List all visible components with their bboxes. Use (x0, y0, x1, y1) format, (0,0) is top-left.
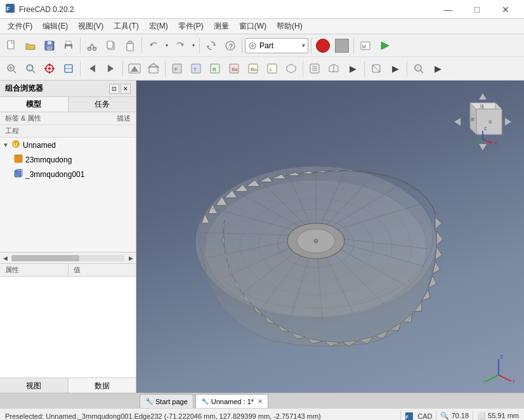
close-button[interactable]: ✕ (492, 1, 519, 18)
tab-view[interactable]: 视图 (0, 378, 69, 393)
tab-start-page[interactable]: 🔧 Start page (140, 394, 193, 408)
sidebar-tabs: 模型 任务 (0, 97, 136, 112)
view-rear[interactable]: Ba (225, 60, 243, 77)
gear-visualization (170, 103, 475, 382)
tree-label-unnamed: Unnamed (23, 141, 56, 150)
back-button[interactable] (83, 60, 101, 77)
toolbar-row-2: F T R Ba Bo L ▶ ▶ (0, 57, 524, 80)
zoom-all-button[interactable] (3, 60, 20, 77)
view-more-btn-2[interactable] (325, 60, 343, 77)
minimize-button[interactable]: — (435, 1, 461, 18)
sidebar-close-btn[interactable]: ✕ (121, 84, 131, 94)
sidebar-hscroll[interactable]: ◀ ▶ (0, 252, 136, 263)
separator-8 (122, 61, 123, 76)
view-front[interactable]: F (168, 60, 186, 77)
svg-rect-15 (127, 43, 133, 51)
sidebar-float-btn[interactable]: ⊡ (109, 84, 119, 94)
view-home-button[interactable] (145, 60, 162, 77)
tree-label-3mmqudong001: _3mmqudong001 (25, 170, 84, 179)
tab-task[interactable]: 任务 (69, 97, 136, 112)
execute-button[interactable] (376, 37, 393, 55)
project-label: 工程 (0, 125, 136, 138)
view-top[interactable]: T (187, 60, 205, 77)
view-bottom[interactable]: Bo (244, 60, 262, 77)
draw-style-btn[interactable] (367, 60, 385, 77)
svg-text:Y: Y (483, 379, 487, 384)
help-button[interactable]: ? (221, 37, 239, 55)
save-button[interactable] (41, 37, 58, 55)
menu-help[interactable]: 帮助(H) (272, 20, 308, 33)
macro-button[interactable]: M (357, 37, 374, 55)
redo-button[interactable] (171, 37, 189, 55)
forward-button[interactable] (102, 60, 120, 77)
menu-edit[interactable]: 编辑(E) (37, 20, 73, 33)
sidebar-bottom-tabs: 视图 数据 (0, 377, 136, 393)
undo-arrow[interactable]: ▾ (164, 37, 170, 55)
view-left[interactable]: L (263, 60, 281, 77)
svg-text:R: R (213, 67, 216, 72)
svg-rect-8 (66, 41, 71, 44)
view-options-button[interactable] (41, 60, 58, 77)
open-button[interactable] (22, 37, 39, 55)
hscroll-left[interactable]: ◀ (0, 253, 10, 263)
svg-rect-4 (47, 46, 52, 50)
hscroll-track[interactable] (11, 255, 124, 261)
redo-arrow[interactable]: ▾ (190, 37, 197, 55)
zoom-select-button[interactable] (22, 60, 39, 77)
view-preset-button[interactable] (126, 60, 143, 77)
view-right[interactable]: R (206, 60, 224, 77)
tree-item-unnamed[interactable]: ▼ U Unnamed (0, 138, 136, 152)
tab-unnamed[interactable]: 🔧 Unnamed : 1* ✕ (195, 394, 268, 408)
view-select-button[interactable] (60, 60, 77, 77)
stop-macro-button[interactable] (333, 37, 351, 55)
zoom-fit-btn[interactable]: + (410, 60, 428, 77)
svg-text:F: F (174, 67, 178, 72)
properties-content (0, 277, 136, 377)
hscroll-right[interactable]: ▶ (126, 253, 136, 263)
svg-text:T: T (193, 67, 197, 72)
record-macro-button[interactable] (314, 37, 332, 55)
menu-macro[interactable]: 宏(M) (144, 20, 173, 33)
maximize-button[interactable]: □ (464, 1, 490, 18)
zoom-more-btn[interactable]: ▶ (429, 60, 447, 77)
menu-measure[interactable]: 测量 (209, 20, 234, 33)
svg-text:Bo: Bo (251, 67, 257, 72)
svg-rect-2 (8, 41, 14, 49)
view-extra-btn[interactable]: ▶ (386, 60, 404, 77)
menu-window[interactable]: 窗口(W) (234, 20, 272, 33)
bottom-tabs: 🔧 Start page 🔧 Unnamed : 1* ✕ (0, 393, 524, 408)
svg-marker-39 (108, 65, 114, 72)
hscroll-thumb[interactable] (11, 255, 79, 261)
refresh-button[interactable] (202, 37, 220, 55)
svg-text:前: 前 (471, 117, 475, 121)
cut-button[interactable] (83, 37, 101, 55)
tab-data[interactable]: 数据 (69, 378, 136, 393)
tree-item-3mmqudong001[interactable]: _3mmqudong001 (0, 167, 136, 181)
menu-view[interactable]: 视图(V) (73, 20, 108, 33)
properties-header: 属性 值 (0, 264, 136, 277)
separator-12 (407, 61, 407, 76)
zoom-value: 70.18 (451, 412, 469, 419)
paste-button[interactable] (121, 37, 139, 55)
view-more-btn[interactable] (306, 60, 324, 77)
tree-item-23mmqudong[interactable]: 23mmqudong (0, 152, 136, 167)
view-more-btn-3[interactable]: ▶ (344, 60, 362, 77)
tab-model[interactable]: 模型 (0, 97, 69, 112)
workbench-dropdown[interactable]: Part (245, 38, 308, 53)
undo-button[interactable] (145, 37, 162, 55)
menu-tools[interactable]: 工具(T) (108, 20, 143, 33)
copy-button[interactable] (102, 37, 120, 55)
svg-line-64 (372, 65, 380, 72)
new-button[interactable] (3, 37, 20, 55)
view-isometric[interactable] (282, 60, 300, 77)
tree-expand-unnamed[interactable]: ▼ (3, 141, 11, 148)
nav-cube[interactable]: 顶 前 右 X Y Z (451, 90, 514, 154)
tab-close-unnamed[interactable]: ✕ (258, 398, 263, 405)
svg-text:F: F (6, 6, 10, 12)
menu-file[interactable]: 文件(F) (3, 20, 37, 33)
menu-part[interactable]: 零件(P) (173, 20, 209, 33)
print-button[interactable] (60, 37, 77, 55)
viewport[interactable]: 顶 前 右 X Y Z (136, 81, 524, 393)
svg-text:M: M (362, 44, 366, 49)
status-right: F CAD 🔍 70.18 ⬜ 55.91 mm (400, 411, 519, 421)
